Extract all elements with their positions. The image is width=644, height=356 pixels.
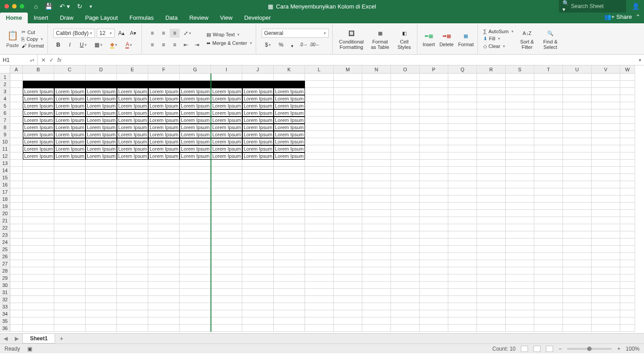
row-header[interactable]: 4 <box>0 95 10 102</box>
table-cell[interactable]: Lorem Ipsum <box>86 95 117 102</box>
macro-record-icon[interactable]: ▣ <box>27 346 32 352</box>
tab-formulas[interactable]: Formulas <box>124 13 159 23</box>
row-header[interactable]: 8 <box>0 124 10 131</box>
table-cell[interactable]: Lorem Ipsum <box>148 117 180 124</box>
row-header[interactable]: 34 <box>0 310 10 317</box>
table-cell[interactable]: Lorem Ipsum <box>86 109 117 117</box>
redo-icon[interactable]: ↻ <box>77 3 82 10</box>
row-header[interactable]: 2 <box>0 81 10 88</box>
column-header[interactable]: T <box>534 65 563 74</box>
merge-center-button[interactable]: ⬌Merge & Center▾ <box>206 40 252 46</box>
tab-draw[interactable]: Draw <box>54 13 79 23</box>
row-header[interactable]: 22 <box>0 224 10 231</box>
search-input[interactable] <box>571 3 623 9</box>
table-cell[interactable]: Lorem Ipsum <box>148 88 180 95</box>
sheet-nav-prev-icon[interactable]: ◀ <box>0 335 11 342</box>
row-header[interactable]: 30 <box>0 282 10 289</box>
table-cell[interactable]: Lorem Ipsum <box>54 124 86 131</box>
increase-decimal-button[interactable]: .0→ <box>299 40 309 49</box>
table-cell[interactable]: Lorem Ipsum <box>242 145 274 152</box>
table-cell[interactable]: Lorem Ipsum <box>274 138 305 145</box>
table-cell[interactable]: Lorem Ipsum <box>211 88 242 95</box>
table-cell[interactable]: Lorem Ipsum <box>23 88 54 95</box>
align-top-button[interactable]: ≡ <box>147 29 157 38</box>
table-cell[interactable]: Lorem Ipsum <box>54 109 86 117</box>
column-header[interactable]: Q <box>448 65 477 74</box>
table-cell[interactable]: Lorem Ipsum <box>23 117 54 124</box>
column-header[interactable]: M <box>334 65 362 74</box>
increase-indent-button[interactable]: ⇥ <box>192 40 202 49</box>
table-cell[interactable]: Lorem Ipsum <box>180 102 211 109</box>
insert-cells-button[interactable]: ⬅▦Insert <box>423 30 435 47</box>
percent-button[interactable]: % <box>276 40 286 49</box>
decrease-decimal-button[interactable]: .00← <box>310 40 320 49</box>
table-cell[interactable]: Lorem Ipsum <box>274 117 305 124</box>
italic-button[interactable]: I <box>65 40 75 49</box>
align-left-button[interactable]: ≡ <box>147 40 157 49</box>
table-cell[interactable]: Lorem Ipsum <box>117 138 148 145</box>
user-icon[interactable]: 👤 <box>632 3 640 10</box>
row-header[interactable]: 19 <box>0 203 10 210</box>
align-right-button[interactable]: ≡ <box>170 40 180 49</box>
align-bottom-button[interactable]: ≡ <box>170 29 180 38</box>
row-header[interactable]: 23 <box>0 231 10 239</box>
number-format-combo[interactable]: General▾ <box>262 29 329 38</box>
row-header[interactable]: 35 <box>0 317 10 325</box>
underline-button[interactable]: U▾ <box>77 40 90 49</box>
tab-review[interactable]: Review <box>184 13 215 23</box>
table-cell[interactable]: Lorem Ipsum <box>211 124 242 131</box>
share-button[interactable]: 👥+Share <box>604 13 632 20</box>
column-header[interactable]: J <box>242 65 274 74</box>
table-cell[interactable]: Lorem Ipsum <box>148 109 180 117</box>
table-cell[interactable]: Lorem Ipsum <box>148 95 180 102</box>
borders-button[interactable]: ▦▾ <box>92 40 105 49</box>
fill-color-button[interactable]: ◆▾ <box>107 40 120 49</box>
table-cell[interactable]: Lorem Ipsum <box>242 152 274 160</box>
table-cell[interactable]: Lorem Ipsum <box>180 131 211 138</box>
orientation-button[interactable]: ⤢▾ <box>181 29 194 38</box>
table-cell[interactable]: Lorem Ipsum <box>211 131 242 138</box>
table-cell[interactable]: Lorem Ipsum <box>180 124 211 131</box>
column-header[interactable]: U <box>563 65 592 74</box>
cut-button[interactable]: ✂Cut <box>21 29 44 35</box>
name-box[interactable]: H1▴▾ <box>0 55 38 65</box>
table-cell[interactable]: Lorem Ipsum <box>86 88 117 95</box>
table-cell[interactable]: Lorem Ipsum <box>148 124 180 131</box>
table-cell[interactable]: Lorem Ipsum <box>180 152 211 160</box>
row-header[interactable]: 14 <box>0 167 10 174</box>
table-cell[interactable]: Lorem Ipsum <box>211 152 242 160</box>
table-cell[interactable]: Lorem Ipsum <box>274 102 305 109</box>
maximize-window-icon[interactable] <box>20 4 24 9</box>
table-cell[interactable]: Lorem Ipsum <box>54 88 86 95</box>
decrease-font-button[interactable]: A▾ <box>128 29 138 38</box>
table-cell[interactable]: Lorem Ipsum <box>274 145 305 152</box>
sheet-nav-next-icon[interactable]: ▶ <box>11 335 22 342</box>
table-cell[interactable]: Lorem Ipsum <box>242 88 274 95</box>
table-cell[interactable]: Lorem Ipsum <box>242 138 274 145</box>
table-cell[interactable]: Lorem Ipsum <box>86 138 117 145</box>
page-layout-view-icon[interactable] <box>533 346 541 352</box>
table-cell[interactable]: Lorem Ipsum <box>117 145 148 152</box>
page-break-view-icon[interactable] <box>546 346 553 352</box>
column-header[interactable]: A <box>10 65 23 74</box>
zoom-level[interactable]: 100% <box>626 346 640 352</box>
format-painter-button[interactable]: 🖌Format <box>21 43 44 48</box>
table-cell[interactable]: Lorem Ipsum <box>86 124 117 131</box>
row-header[interactable]: 1 <box>0 74 10 81</box>
table-cell[interactable]: Lorem Ipsum <box>23 109 54 117</box>
column-header[interactable]: K <box>274 65 305 74</box>
comma-button[interactable]: ❟ <box>288 40 297 49</box>
column-header[interactable]: L <box>305 65 334 74</box>
row-header[interactable]: 20 <box>0 210 10 217</box>
row-header[interactable]: 5 <box>0 102 10 109</box>
decrease-indent-button[interactable]: ⇤ <box>181 40 191 49</box>
font-color-button[interactable]: A▾ <box>122 40 136 49</box>
table-cell[interactable]: Lorem Ipsum <box>117 109 148 117</box>
row-header[interactable]: 21 <box>0 217 10 224</box>
tab-view[interactable]: View <box>214 13 238 23</box>
table-cell[interactable]: Lorem Ipsum <box>274 124 305 131</box>
table-cell[interactable]: Lorem Ipsum <box>86 152 117 160</box>
font-name-combo[interactable]: Calibri (Body)▾ <box>53 29 95 38</box>
column-header[interactable]: F <box>148 65 180 74</box>
table-cell[interactable]: Lorem Ipsum <box>23 138 54 145</box>
